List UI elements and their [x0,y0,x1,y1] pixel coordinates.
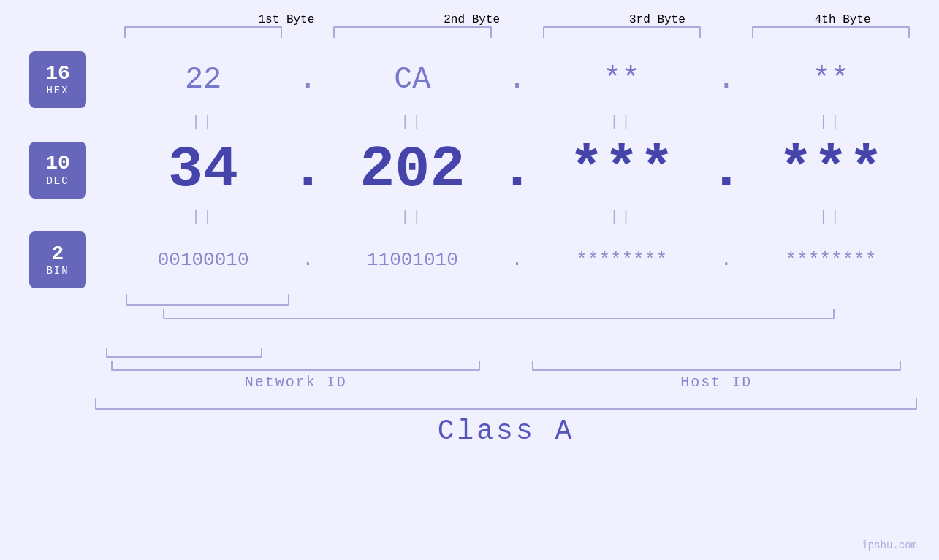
byte-label-4-text: 4th Byte [815,13,871,26]
sep1-b4: || [819,114,843,131]
bin-byte3: ******** [576,249,667,271]
sep1-b3: || [610,114,634,131]
hex-badge: 16 HEX [29,51,86,108]
dec-badge-num: 10 [45,153,70,175]
sep2-b4: || [819,209,843,226]
dec-byte2: 202 [360,137,465,203]
dec-badge: 10 DEC [29,142,86,199]
sep1-b1: || [191,114,215,131]
hex-byte3: ** [603,62,639,97]
hex-dot3: . [712,62,741,97]
hex-dot2: . [503,62,532,97]
byte-label-1: 1st Byte [212,13,361,26]
dec-dot2: . [499,137,534,203]
sep-row-1: || || || || [22,114,917,131]
top-brackets [22,26,917,38]
main-container: 1st Byte 2nd Byte 3rd Byte 4th Byte 16 H… [0,0,939,560]
bottom-labels-row [22,309,917,319]
bin-badge: 2 BIN [29,231,86,288]
byte-label-1-text: 1st Byte [258,13,314,26]
dec-byte1: 34 [168,137,238,203]
sep-row-2: || || || || [22,209,917,226]
byte-label-4: 4th Byte [768,13,917,26]
bin-row: 2 BIN 00100010 . 11001010 . ******** . [22,231,917,288]
byte-label-3: 3rd Byte [583,13,732,26]
dec-row: 10 DEC 34 . 202 . *** . *** [22,137,917,203]
hex-dot1: . [293,62,322,97]
sep2-b1: || [191,209,215,226]
bottom-section: Network ID Host ID Class A [95,348,917,447]
bin-dot3: . [712,249,741,271]
byte-label-2-text: 2nd Byte [444,13,500,26]
watermark: ipshu.com [862,540,917,551]
hex-byte2: CA [394,62,430,97]
class-label: Class A [438,415,575,447]
header-row: 1st Byte 2nd Byte 3rd Byte 4th Byte [22,0,917,26]
byte-label-3-text: 3rd Byte [629,13,685,26]
hex-row: 16 HEX 22 . CA . ** . ** [22,51,917,108]
hex-byte4: ** [813,62,849,97]
host-id-label: Host ID [680,374,752,391]
bin-byte1: 00100010 [158,249,249,271]
bottom-brackets-row [22,294,917,306]
dec-dot1: . [290,137,325,203]
dec-badge-label: DEC [46,175,69,187]
hex-badge-label: HEX [46,85,69,96]
sep2-b2: || [400,209,424,226]
bin-dot1: . [293,249,322,271]
network-id-label: Network ID [245,374,347,391]
bin-dot2: . [503,249,532,271]
hex-byte1: 22 [185,62,221,97]
bin-badge-num: 2 [52,243,64,266]
bin-byte2: 11001010 [367,249,458,271]
hex-badge-num: 16 [45,63,70,85]
sep2-b3: || [610,209,634,226]
bin-badge-label: BIN [46,265,69,277]
dec-byte4: *** [778,137,883,203]
sep1-b2: || [400,114,424,131]
bin-byte4: ******** [785,249,876,271]
byte-label-2: 2nd Byte [398,13,547,26]
dec-dot3: . [709,137,744,203]
dec-byte3: *** [569,137,674,203]
